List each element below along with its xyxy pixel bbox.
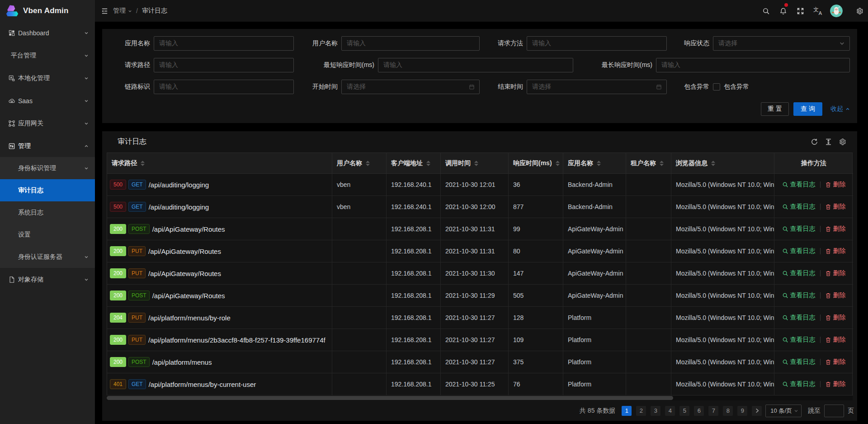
view-log-button[interactable]: 查看日志 bbox=[782, 247, 816, 255]
page-size-select[interactable]: 10 条/页 bbox=[765, 405, 802, 417]
reset-button[interactable]: 重 置 bbox=[761, 102, 789, 116]
sidebar-item-3[interactable]: Saas bbox=[0, 92, 95, 110]
table-row-6[interactable]: 204PUT/api/platform/menus/by-role192.168… bbox=[107, 307, 852, 329]
sidebar-item-5[interactable]: 管理 bbox=[0, 137, 95, 155]
page-button-8[interactable]: 8 bbox=[723, 406, 733, 416]
filter-input-2-0[interactable]: 请输入 bbox=[154, 80, 294, 94]
sidebar-item-0[interactable]: Dashboard bbox=[0, 24, 95, 42]
column-header-5[interactable]: 应用名称 bbox=[563, 153, 626, 174]
next-page-button[interactable] bbox=[752, 406, 762, 416]
column-header-0[interactable]: 请求路径 bbox=[107, 153, 332, 174]
delete-button[interactable]: 删除 bbox=[825, 336, 846, 344]
view-log-button[interactable]: 查看日志 bbox=[782, 203, 816, 211]
cell-user bbox=[332, 307, 387, 329]
delete-button[interactable]: 删除 bbox=[825, 358, 846, 366]
page-button-6[interactable]: 6 bbox=[694, 406, 704, 416]
filter-datepicker-2-1[interactable]: 请选择 bbox=[341, 80, 480, 94]
sort-icon[interactable] bbox=[660, 160, 664, 167]
filter-input-0-1[interactable]: 请输入 bbox=[341, 36, 480, 51]
sidebar-item-4[interactable]: 应用网关 bbox=[0, 114, 95, 133]
avatar[interactable] bbox=[830, 5, 843, 17]
column-header-1[interactable]: 用户名称 bbox=[332, 153, 387, 174]
delete-button[interactable]: 删除 bbox=[825, 181, 846, 189]
table-row-7[interactable]: 200PUT/api/platform/menus/2b3accf8-4fb8-… bbox=[107, 329, 852, 351]
search-icon[interactable] bbox=[757, 0, 774, 22]
page-button-5[interactable]: 5 bbox=[679, 406, 689, 416]
view-log-button[interactable]: 查看日志 bbox=[782, 336, 816, 344]
sort-icon[interactable] bbox=[474, 160, 478, 167]
filter-select-0-3[interactable]: 请选择 bbox=[713, 36, 850, 51]
column-header-7[interactable]: 浏览器信息 bbox=[671, 153, 774, 174]
sidebar-subitem-4[interactable]: 身份认证服务器 bbox=[0, 246, 95, 268]
fullscreen-icon[interactable] bbox=[792, 0, 809, 22]
delete-button[interactable]: 删除 bbox=[825, 314, 846, 322]
filter-input-1-1[interactable]: 请输入 bbox=[378, 58, 573, 72]
delete-button[interactable]: 删除 bbox=[825, 247, 846, 255]
settings-gear-icon[interactable] bbox=[851, 0, 868, 22]
translate-icon[interactable]: 文A bbox=[809, 0, 826, 22]
sort-icon[interactable] bbox=[366, 160, 370, 167]
sidebar-subitem-1[interactable]: 审计日志 bbox=[0, 179, 95, 201]
horizontal-scrollbar[interactable] bbox=[107, 395, 853, 400]
page-button-4[interactable]: 4 bbox=[665, 406, 675, 416]
column-header-3[interactable]: 调用时间 bbox=[441, 153, 509, 174]
breadcrumb-parent[interactable]: 管理 bbox=[113, 7, 132, 15]
delete-button[interactable]: 删除 bbox=[825, 380, 846, 388]
view-log-button[interactable]: 查看日志 bbox=[782, 380, 816, 388]
page-button-2[interactable]: 2 bbox=[636, 406, 646, 416]
sort-icon[interactable] bbox=[141, 160, 145, 167]
table-row-8[interactable]: 200POST/api/platform/menus192.168.208.12… bbox=[107, 351, 852, 373]
view-log-button[interactable]: 查看日志 bbox=[782, 225, 816, 233]
notification-bell-icon[interactable] bbox=[774, 0, 792, 22]
view-log-button[interactable]: 查看日志 bbox=[782, 269, 816, 277]
table-row-1[interactable]: 500GET/api/auditing/loggingvben192.168.2… bbox=[107, 196, 852, 218]
view-log-button[interactable]: 查看日志 bbox=[782, 358, 816, 366]
sidebar-subitem-2[interactable]: 系统日志 bbox=[0, 201, 95, 224]
sidebar-item-1[interactable]: 平台管理 bbox=[0, 47, 95, 65]
filter-input-0-2[interactable]: 请输入 bbox=[527, 36, 667, 51]
page-button-9[interactable]: 9 bbox=[737, 406, 747, 416]
table-row-2[interactable]: 200POST/api/ApiGateway/Routes192.168.208… bbox=[107, 218, 852, 240]
filter-input-1-2[interactable]: 请输入 bbox=[656, 58, 850, 72]
delete-button[interactable]: 删除 bbox=[825, 203, 846, 211]
refresh-icon[interactable] bbox=[811, 138, 818, 146]
delete-button[interactable]: 删除 bbox=[825, 269, 846, 277]
search-button[interactable]: 查 询 bbox=[793, 102, 822, 116]
collapse-link[interactable]: 收起 bbox=[830, 105, 850, 113]
horizontal-scrollbar-thumb[interactable] bbox=[107, 396, 673, 400]
view-log-button[interactable]: 查看日志 bbox=[782, 291, 816, 300]
column-header-4[interactable]: 响应时间(ms) bbox=[509, 153, 563, 174]
sidebar-subitem-0[interactable]: 身份标识管理 bbox=[0, 157, 95, 179]
page-button-1[interactable]: 1 bbox=[622, 406, 632, 416]
view-log-button[interactable]: 查看日志 bbox=[782, 314, 816, 322]
delete-button[interactable]: 删除 bbox=[825, 291, 846, 300]
page-button-3[interactable]: 3 bbox=[651, 406, 660, 416]
sort-icon[interactable] bbox=[597, 160, 601, 167]
page-button-7[interactable]: 7 bbox=[708, 406, 718, 416]
table-row-0[interactable]: 500GET/api/auditing/loggingvben192.168.2… bbox=[107, 174, 852, 196]
view-log-button[interactable]: 查看日志 bbox=[782, 181, 816, 189]
jump-page-input[interactable] bbox=[824, 405, 844, 417]
column-header-2[interactable]: 客户端地址 bbox=[387, 153, 441, 174]
brand-logo[interactable]: Vben Admin bbox=[0, 0, 95, 22]
table-row-3[interactable]: 200PUT/api/ApiGateway/Routes192.168.208.… bbox=[107, 240, 852, 262]
delete-button[interactable]: 删除 bbox=[825, 225, 846, 233]
sort-icon[interactable] bbox=[711, 160, 715, 167]
sort-icon[interactable] bbox=[426, 160, 430, 167]
settings-icon[interactable] bbox=[839, 138, 846, 146]
table-row-9[interactable]: 401GET/api/platform/menus/by-current-use… bbox=[107, 373, 852, 395]
checkbox-box[interactable] bbox=[713, 83, 720, 91]
column-height-icon[interactable] bbox=[825, 138, 832, 146]
table-row-4[interactable]: 200PUT/api/ApiGateway/Routes192.168.208.… bbox=[107, 262, 852, 285]
include-exception-checkbox[interactable]: 包含异常 bbox=[713, 83, 749, 91]
sort-icon[interactable] bbox=[556, 160, 560, 167]
sidebar-item-2[interactable]: 本地化管理 bbox=[0, 69, 95, 87]
table-row-5[interactable]: 200POST/api/ApiGateway/Routes192.168.208… bbox=[107, 285, 852, 307]
sidebar-item-6[interactable]: 对象存储 bbox=[0, 271, 95, 289]
filter-input-1-0[interactable]: 请输入 bbox=[154, 58, 294, 72]
filter-input-0-0[interactable]: 请输入 bbox=[154, 36, 294, 51]
filter-datepicker-2-2[interactable]: 请选择 bbox=[527, 80, 667, 94]
menu-fold-icon[interactable] bbox=[98, 0, 111, 22]
sidebar-subitem-3[interactable]: 设置 bbox=[0, 224, 95, 246]
column-header-6[interactable]: 租户名称 bbox=[626, 153, 671, 174]
